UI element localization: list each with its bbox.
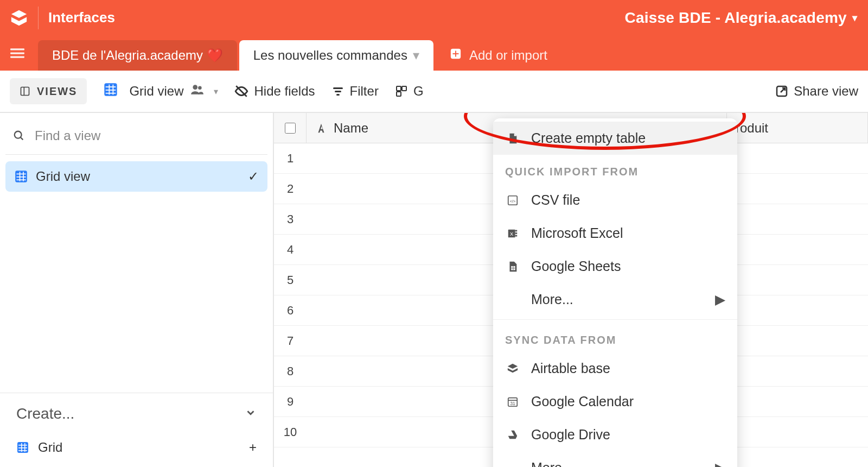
svg-rect-31	[23, 172, 24, 181]
create-grid-view[interactable]: Grid +	[13, 433, 260, 462]
svg-text:31: 31	[510, 401, 515, 406]
menu-more-sync-label: More...	[531, 460, 573, 467]
add-import-label: Add or import	[469, 48, 547, 63]
grid-icon	[103, 82, 124, 100]
svg-rect-2	[10, 56, 24, 58]
svg-rect-36	[21, 443, 22, 452]
menu-csv[interactable]: </> CSV file	[493, 184, 737, 217]
svg-rect-30	[20, 172, 21, 181]
sheets-icon	[505, 261, 520, 273]
svg-rect-37	[24, 443, 25, 452]
sidebar-view-grid[interactable]: Grid view ✓	[5, 161, 267, 192]
row-number: 4	[274, 243, 307, 257]
svg-rect-9	[106, 86, 116, 87]
tab-active-label: Les nouvelles commandes	[253, 48, 407, 63]
grid-icon	[14, 169, 28, 184]
svg-rect-18	[335, 91, 341, 92]
workspace-switcher[interactable]: Caisse BDE - Alegria.academy ▾	[625, 9, 857, 27]
svg-point-14	[193, 85, 198, 90]
divider	[493, 319, 737, 320]
svg-rect-20	[397, 86, 401, 91]
menu-excel-label: Microsoft Excel	[531, 225, 623, 241]
drive-icon	[505, 429, 520, 441]
svg-rect-44	[515, 235, 518, 236]
svg-rect-12	[109, 85, 110, 95]
plus-icon: +	[249, 440, 257, 455]
interfaces-link[interactable]: Interfaces	[48, 9, 115, 26]
svg-rect-42	[515, 230, 518, 231]
cell-produit[interactable]	[727, 174, 868, 204]
cell-produit[interactable]	[727, 265, 868, 295]
tab-base[interactable]: BDE de l'Alegria.academy ❤️	[38, 40, 237, 71]
svg-rect-22	[397, 92, 401, 96]
chevron-right-icon: ▶	[715, 292, 725, 307]
column-produit-label: roduit	[736, 121, 768, 136]
sidebar-view-label: Grid view	[36, 169, 90, 184]
views-panel-toggle[interactable]: VIEWS	[10, 78, 87, 104]
cell-produit[interactable]	[727, 143, 868, 173]
hide-fields-button[interactable]: Hide fields	[234, 84, 315, 99]
row-number: 1	[274, 152, 307, 166]
menu-more-import[interactable]: More... ▶	[493, 283, 737, 316]
cell-produit[interactable]	[727, 204, 868, 234]
view-toolbar: VIEWS Grid view ▾ Hide fields Filter G S…	[0, 71, 868, 113]
svg-point-15	[199, 86, 202, 90]
menu-section-sync: SYNC DATA FROM	[493, 323, 737, 352]
cell-produit[interactable]	[727, 295, 868, 325]
menu-more-sync[interactable]: More... ▶	[493, 451, 737, 467]
divider	[5, 154, 267, 155]
svg-line-25	[21, 137, 23, 140]
svg-rect-34	[18, 447, 27, 449]
cell-produit[interactable]	[727, 326, 868, 356]
svg-rect-13	[113, 85, 114, 95]
filter-button[interactable]: Filter	[331, 84, 379, 99]
menu-gcal-label: Google Calendar	[531, 394, 634, 409]
menu-sheets[interactable]: Google Sheets	[493, 250, 737, 283]
workspace-name: Caisse BDE - Alegria.academy	[625, 9, 847, 27]
calendar-icon: 31	[505, 396, 520, 408]
row-number: 2	[274, 182, 307, 196]
tab-base-label: BDE de l'Alegria.academy ❤️	[52, 48, 223, 63]
share-view-button[interactable]: Share view	[775, 84, 858, 99]
menu-create-empty-table[interactable]: Create empty table	[493, 122, 737, 155]
cell-produit[interactable]	[727, 235, 868, 264]
tab-active-table[interactable]: Les nouvelles commandes ▾	[239, 40, 433, 71]
app-logo-icon[interactable]	[10, 9, 28, 27]
svg-rect-10	[106, 90, 116, 91]
checkbox[interactable]	[285, 123, 296, 134]
cell-produit[interactable]	[727, 356, 868, 386]
select-all-checkbox[interactable]	[274, 113, 307, 143]
views-sidebar: Find a view Grid view ✓ Create... Grid +	[0, 113, 274, 467]
menu-google-calendar[interactable]: 31 Google Calendar	[493, 385, 737, 418]
cell-produit[interactable]	[727, 417, 868, 447]
row-number: 9	[274, 395, 307, 409]
menu-create-empty-label: Create empty table	[531, 130, 646, 146]
group-label-partial: G	[413, 84, 424, 99]
menu-csv-label: CSV file	[531, 192, 580, 208]
hide-fields-label: Hide fields	[254, 84, 315, 99]
svg-rect-17	[333, 87, 343, 89]
add-or-import-button[interactable]: Add or import	[436, 40, 561, 71]
row-number: 3	[274, 212, 307, 226]
file-icon	[505, 132, 520, 144]
cell-produit[interactable]	[727, 387, 868, 416]
sidebar-bottom: Create... Grid +	[0, 393, 273, 467]
menu-excel[interactable]: X Microsoft Excel	[493, 217, 737, 250]
find-view-input[interactable]: Find a view	[0, 123, 273, 154]
menu-gdrive-label: Google Drive	[531, 427, 610, 443]
menu-more-import-label: More...	[531, 292, 573, 307]
svg-rect-0	[10, 48, 24, 50]
current-view-label: Grid view	[129, 84, 183, 99]
svg-rect-27	[16, 174, 25, 175]
excel-icon: X	[505, 228, 520, 239]
csv-icon: </>	[505, 194, 520, 206]
menu-google-drive[interactable]: Google Drive	[493, 418, 737, 451]
column-header-produit-partial[interactable]: roduit	[727, 113, 868, 143]
svg-rect-6	[21, 87, 29, 96]
group-button-partial[interactable]: G	[395, 84, 424, 99]
current-view-chip[interactable]: Grid view ▾	[103, 82, 218, 100]
menu-airtable-base[interactable]: Airtable base	[493, 352, 737, 385]
menu-icon[interactable]	[7, 42, 28, 64]
create-view-toggle[interactable]: Create...	[13, 393, 260, 433]
create-grid-label: Grid	[38, 440, 62, 455]
